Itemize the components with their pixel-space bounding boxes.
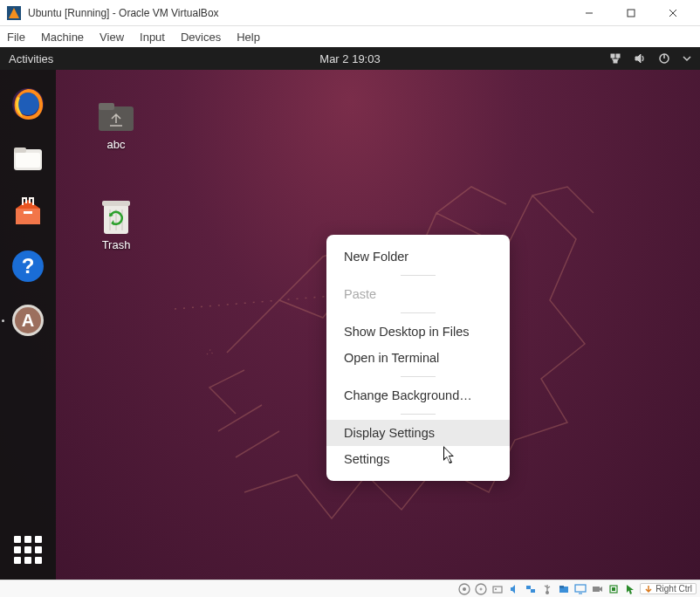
ctx-new-folder[interactable]: New Folder (326, 244, 510, 270)
ctx-separator (401, 275, 436, 276)
svg-rect-49 (593, 587, 600, 592)
menu-devices[interactable]: Devices (181, 31, 221, 44)
svg-rect-5 (611, 54, 614, 58)
minimize-button[interactable] (569, 1, 609, 25)
ctx-separator (401, 376, 436, 377)
ctx-display-settings[interactable]: Display Settings (326, 420, 510, 446)
ctx-open-terminal[interactable]: Open in Terminal (326, 345, 510, 371)
desktop-trash[interactable]: Trash (86, 200, 147, 251)
close-button[interactable] (653, 1, 693, 25)
menu-file[interactable]: File (7, 31, 25, 44)
svg-rect-31 (102, 201, 130, 206)
dock-software[interactable] (6, 190, 50, 234)
svg-rect-46 (559, 586, 564, 588)
menu-view[interactable]: View (100, 31, 124, 44)
desktop-trash-label: Trash (86, 238, 147, 251)
svg-point-37 (476, 584, 486, 594)
svg-rect-47 (575, 585, 586, 592)
topbar-clock[interactable]: Mar 2 19:03 (319, 52, 380, 65)
activities-button[interactable]: Activities (9, 52, 53, 65)
svg-rect-39 (493, 587, 502, 593)
host-key-label: Right Ctrl (655, 584, 692, 594)
virtualbox-logo-icon (7, 6, 21, 20)
virtualbox-menubar: File Machine View Input Devices Help (0, 26, 700, 47)
status-cpu-icon[interactable] (607, 582, 621, 596)
window-title: Ubuntu [Running] - Oracle VM VirtualBox (28, 7, 569, 19)
ctx-settings[interactable]: Settings (326, 446, 510, 472)
svg-rect-42 (531, 589, 535, 593)
status-optical-icon[interactable] (474, 582, 488, 596)
dock-updater[interactable]: A (6, 298, 50, 342)
power-icon (658, 52, 670, 65)
svg-point-36 (463, 587, 466, 591)
desktop-context-menu: New Folder Paste Show Desktop in Files O… (326, 235, 510, 481)
ctx-separator (401, 312, 436, 313)
svg-text:?: ? (22, 254, 35, 278)
status-usb-icon[interactable] (540, 582, 554, 596)
show-applications-button[interactable] (14, 536, 42, 564)
svg-rect-51 (612, 587, 615, 591)
mouse-cursor-icon (443, 446, 457, 467)
dock-help[interactable]: ? (6, 244, 50, 288)
svg-rect-22 (24, 211, 32, 214)
svg-rect-41 (526, 586, 531, 589)
maximize-button[interactable] (611, 1, 651, 25)
chevron-down-icon (683, 54, 691, 63)
volume-icon (634, 52, 646, 65)
ctx-separator (401, 414, 436, 415)
status-storage-icon[interactable] (491, 582, 504, 596)
svg-point-15 (207, 350, 212, 355)
svg-rect-20 (14, 148, 26, 153)
svg-rect-2 (628, 10, 635, 17)
ubuntu-desktop[interactable]: Activities Mar 2 19:03 (0, 47, 700, 580)
host-key-indicator[interactable]: Right Ctrl (640, 583, 697, 594)
svg-rect-29 (99, 103, 114, 110)
status-hdd-icon[interactable] (457, 582, 471, 596)
network-icon (609, 52, 621, 65)
virtualbox-statusbar: Right Ctrl (0, 580, 700, 597)
svg-rect-6 (616, 54, 620, 58)
svg-point-38 (480, 588, 482, 590)
status-recording-icon[interactable] (590, 582, 604, 596)
svg-rect-21 (16, 153, 40, 168)
dock-files[interactable] (6, 136, 50, 180)
menu-input[interactable]: Input (140, 31, 165, 44)
menu-machine[interactable]: Machine (41, 31, 84, 44)
desktop-folder-label: abc (86, 138, 147, 151)
ubuntu-dock: ? A (0, 70, 56, 580)
status-mouse-integration-icon[interactable] (623, 582, 637, 596)
ctx-show-desktop-files[interactable]: Show Desktop in Files (326, 319, 510, 345)
status-area[interactable] (609, 52, 691, 65)
ctx-paste: Paste (326, 281, 510, 307)
status-display-icon[interactable] (573, 582, 587, 596)
virtualbox-titlebar: Ubuntu [Running] - Oracle VM VirtualBox (0, 0, 700, 26)
status-shared-folders-icon[interactable] (557, 582, 571, 596)
ctx-change-background[interactable]: Change Background… (326, 382, 510, 408)
arrow-down-icon (644, 585, 653, 594)
dock-firefox[interactable] (6, 82, 50, 126)
gnome-topbar: Activities Mar 2 19:03 (0, 47, 700, 70)
status-network-icon[interactable] (524, 582, 538, 596)
svg-text:A: A (22, 311, 34, 330)
menu-help[interactable]: Help (237, 31, 260, 44)
status-audio-icon[interactable] (507, 582, 521, 596)
svg-line-16 (175, 296, 332, 309)
desktop-folder-abc[interactable]: abc (86, 100, 147, 151)
svg-point-40 (495, 588, 497, 590)
